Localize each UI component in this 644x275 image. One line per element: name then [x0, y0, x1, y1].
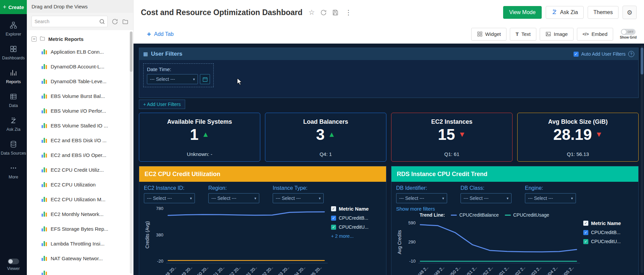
kpi-card[interactable]: Available File Systems 1 ▲ Unknown: - — [139, 113, 260, 162]
legend-item[interactable]: ✓ CPUCreditU... — [583, 239, 634, 244]
user-filters-header: ▦ User Filters ✓ Auto Add User Filters ? — [139, 48, 638, 60]
scrollbar-thumb[interactable] — [130, 32, 132, 72]
calendar-icon[interactable] — [200, 74, 210, 84]
chart-filter: EC2 Instance ID: --- Select --- ▾ — [144, 185, 195, 203]
widget-button[interactable]: Widget — [471, 28, 507, 41]
nav-item-more[interactable]: More — [0, 162, 27, 181]
text-button[interactable]: T Text — [510, 28, 536, 41]
view-list-item[interactable]: Lambda Throttling Insi... — [27, 236, 133, 251]
legend-checkbox-checked[interactable]: ✓ — [331, 206, 336, 211]
panel-scrollbar[interactable] — [130, 32, 132, 274]
view-list-item[interactable]: EC2 CPU Credit Utiliz... — [27, 162, 133, 177]
canvas-scrollbar[interactable] — [641, 46, 643, 273]
auto-add-checkbox-checked[interactable]: ✓ — [574, 52, 579, 57]
search-icon[interactable] — [100, 19, 105, 24]
filter-select-dropdown[interactable]: --- Select --- ▾ — [273, 193, 324, 203]
legend-checkbox-checked[interactable]: ✓ — [583, 239, 588, 244]
legend-checkbox-checked[interactable]: ✓ — [583, 230, 588, 235]
chart-title-bar[interactable]: RDS Instance CPU Credit Trend — [391, 166, 638, 182]
legend-item[interactable]: ✓ CPUCreditB... — [331, 215, 381, 221]
chart-filter: Region: --- Select --- ▾ — [208, 185, 259, 203]
view-list-item[interactable]: EBS Volume Stalled IO ... — [27, 118, 133, 133]
bar-chart-icon — [42, 197, 47, 202]
add-tab-button[interactable]: + Add Tab — [147, 30, 174, 38]
help-question-icon[interactable]: ? — [628, 51, 634, 57]
view-list-item[interactable]: EBS Volume I/O Perfor... — [27, 103, 133, 118]
view-list-item[interactable]: DynamoDB Table-Leve... — [27, 74, 133, 89]
filter-select-dropdown[interactable]: --- Select --- ▾ — [525, 193, 576, 203]
legend-checkbox-checked[interactable]: ✓ — [583, 221, 588, 226]
view-mode-button[interactable]: View Mode — [503, 6, 542, 19]
view-list-item[interactable]: DynamoDB Account-L... — [27, 59, 133, 74]
view-list-item[interactable]: EC2 and EBS I/O Oper... — [27, 148, 133, 162]
database-icon — [10, 141, 17, 149]
x-tick: W49 2.. — [434, 264, 450, 275]
settings-gear-icon[interactable]: ⚙ — [623, 6, 637, 19]
refresh-icon[interactable] — [320, 9, 327, 16]
show-grid-toggle[interactable]: OFF — [621, 29, 636, 35]
legend-more-link[interactable]: + 2 more... — [331, 233, 381, 239]
search-input[interactable] — [35, 19, 98, 24]
nav-item-dashboards[interactable]: Dashboards — [0, 43, 27, 62]
embed-button[interactable]: </> Embed — [577, 28, 613, 41]
chevron-down-icon: ▾ — [254, 196, 256, 201]
main-area: Cost and Resource Optimization Dashboard… — [133, 0, 644, 275]
kebab-menu-icon[interactable]: ⋮ — [345, 8, 352, 16]
nav-item-reports[interactable]: Reports — [0, 67, 27, 86]
zia-icon — [551, 9, 557, 16]
view-list-item[interactable]: EC2 and EBS Disk I/O ... — [27, 133, 133, 148]
view-list-item[interactable]: EC2 CPU Utilization — [27, 177, 133, 192]
show-more-filters-link[interactable]: Show more filters — [396, 206, 634, 212]
nav-item-explorer[interactable]: Explorer — [0, 19, 27, 39]
x-tick: W05 2.. — [564, 264, 580, 275]
trend-arrow-icon: ▼ — [595, 130, 603, 139]
folder-icon[interactable] — [122, 18, 128, 25]
image-button[interactable]: Image — [540, 28, 574, 41]
view-list-item[interactable]: NAT Gateway Networ... — [27, 251, 133, 266]
y-axis-label: Credits (Avg) — [144, 206, 151, 264]
legend-item[interactable]: ✓ CPUCreditB... — [583, 230, 634, 235]
view-list-item[interactable]: EC2 CPU Utilization M... — [27, 192, 133, 207]
filter-select-dropdown[interactable]: --- Select --- ▾ — [461, 193, 512, 203]
add-user-filters-button[interactable]: + Add User Filters — [139, 100, 185, 109]
search-input-wrap — [32, 16, 108, 27]
viewer-toggle[interactable] — [8, 259, 19, 264]
date-select-dropdown[interactable]: --- Select --- ▾ — [147, 74, 198, 84]
view-list-item[interactable]: EC2 Monthly Network... — [27, 207, 133, 221]
line-plot[interactable] — [418, 220, 580, 264]
x-axis-ticks: W48 20..W49 20..W50 20..W51 20..W52 20..… — [166, 264, 328, 275]
legend-item[interactable]: ✓ CPUCreditU... — [331, 224, 381, 230]
bar-chart-icon — [42, 182, 47, 187]
filter-select-dropdown[interactable]: --- Select --- ▾ — [144, 193, 195, 203]
view-list-item[interactable]: Application ELB Conn... — [27, 44, 133, 59]
kpi-card[interactable]: Avg Block Size (GiB) 28.19 ▼ Q1: 56.13 — [517, 113, 639, 162]
kpi-card[interactable]: Load Balancers 3 ▲ Q4: 1 — [265, 113, 386, 162]
chart-title-bar[interactable]: EC2 CPU Credit Utilization — [139, 166, 386, 182]
bar-chart-icon — [42, 108, 47, 113]
collapse-minus-icon[interactable]: − — [32, 37, 37, 42]
title-actions: ☆ ⋮ — [309, 8, 352, 16]
create-button[interactable]: + Create — [0, 0, 27, 14]
themes-button[interactable]: Themes — [588, 6, 619, 19]
tree-folder-metric-reports[interactable]: − Metric Reports — [27, 34, 133, 44]
ask-zia-button[interactable]: Ask Zia — [546, 6, 584, 19]
filter-select-dropdown[interactable]: --- Select --- ▾ — [208, 193, 259, 203]
legend-checkbox-checked[interactable]: ✓ — [331, 225, 336, 230]
legend-checkbox-checked[interactable]: ✓ — [331, 216, 336, 221]
view-list-item[interactable]: EFS Storage Bytes Rep... — [27, 221, 133, 236]
favorite-star-icon[interactable]: ☆ — [309, 8, 315, 16]
save-icon[interactable] — [332, 9, 338, 16]
kpi-card[interactable]: EC2 Instances 15 ▼ Q1: 61 — [391, 113, 513, 162]
grid-handle-icon[interactable]: ▦ — [143, 51, 148, 57]
nav-item-data[interactable]: Data — [0, 91, 27, 110]
refresh-icon[interactable] — [112, 18, 118, 25]
nav-item-data-sources[interactable]: Data Sources — [0, 139, 27, 158]
x-tick: W51 20.. — [215, 264, 231, 275]
line-plot[interactable] — [166, 206, 328, 264]
view-list-item[interactable]: EBS Volume Burst Bal... — [27, 89, 133, 103]
view-list-item[interactable] — [27, 266, 133, 275]
filter-select-dropdown[interactable]: --- Select --- ▾ — [396, 193, 447, 203]
x-tick: W50 20.. — [198, 264, 214, 275]
nav-item-ask-zia[interactable]: Ask Zia — [0, 115, 27, 134]
scrollbar-thumb[interactable] — [641, 48, 643, 74]
